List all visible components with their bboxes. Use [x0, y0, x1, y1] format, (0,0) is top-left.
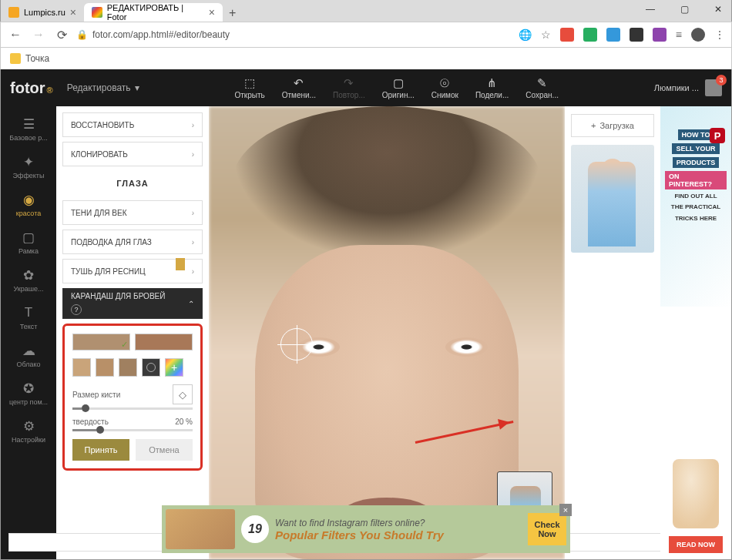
ad-cta-button[interactable]: READ NOW	[669, 536, 723, 553]
bottom-ad-cta[interactable]: Check Now	[528, 513, 566, 545]
menu-icon[interactable]: ⋮	[714, 29, 725, 41]
gear-icon: ⚙	[21, 418, 36, 434]
panel-eyebrow-pencil[interactable]: КАРАНДАШ ДЛЯ БРОВЕЙ ? ⌃	[62, 288, 203, 319]
bottom-ad-close[interactable]: ×	[559, 504, 572, 516]
slider-thumb[interactable]	[96, 426, 104, 434]
ext-icon-1[interactable]	[560, 28, 574, 42]
plus-icon: +	[591, 121, 596, 130]
image-icon: ▢	[391, 77, 406, 89]
fotor-logo[interactable]: fotor®	[10, 79, 53, 97]
rail-effects[interactable]: ✦Эффекты	[1, 149, 56, 185]
ad-text-3: PRODUCTS	[673, 157, 720, 168]
color-swatch-4[interactable]	[96, 358, 114, 377]
panel-restore[interactable]: ВОССТАНОВИТЬ›	[62, 112, 203, 137]
window-minimize[interactable]: —	[640, 2, 661, 17]
panel-clone[interactable]: КЛОНИРОВАТЬ›	[62, 142, 203, 166]
ad-bottom[interactable]: READ NOW	[660, 307, 731, 559]
slider-thumb[interactable]	[82, 404, 89, 412]
window-close[interactable]: ✕	[707, 2, 729, 17]
tab-lumpics[interactable]: Lumpics.ru ×	[1, 3, 84, 22]
thumbnail[interactable]	[571, 145, 654, 253]
original-button[interactable]: ▢Оригин...	[382, 77, 415, 99]
undo-button[interactable]: ↶Отмени...	[282, 77, 316, 99]
help-icon[interactable]: ?	[71, 304, 82, 315]
premium-ribbon-icon	[176, 258, 185, 270]
translate-icon[interactable]: 🌐	[519, 29, 532, 41]
address-bar[interactable]: 🔒 fotor.com/app.html#/editor/beauty	[76, 29, 512, 40]
chevron-right-icon: ›	[192, 267, 194, 276]
panel-eyeliner[interactable]: ПОДВОДКА ДЛЯ ГЛАЗ›	[62, 230, 203, 254]
profile-avatar[interactable]	[691, 28, 705, 42]
favicon-fotor	[92, 7, 102, 18]
bookmark-tochka[interactable]: Точка	[25, 53, 49, 64]
share-button[interactable]: ⋔Подели...	[475, 77, 509, 99]
chevron-right-icon: ›	[192, 121, 194, 129]
ad-sub-2: THE PRACTICAL	[671, 203, 720, 211]
side-panel: ВОССТАНОВИТЬ› КЛОНИРОВАТЬ› ГЛАЗА ТЕНИ ДЛ…	[56, 106, 209, 559]
reload-button[interactable]: ⟳	[53, 26, 70, 43]
bottom-ad-number: 19	[241, 515, 269, 543]
bottom-ad-image	[166, 509, 235, 549]
close-icon[interactable]: ×	[209, 6, 215, 18]
eraser-icon: ◇	[179, 389, 186, 401]
upload-button[interactable]: + Загрузка	[571, 114, 654, 137]
bottom-ad-banner[interactable]: 19 Want to find Instagram filters online…	[162, 505, 570, 553]
chevron-down-icon: ▾	[135, 82, 139, 93]
reading-list-icon[interactable]: ≡	[676, 29, 682, 41]
panel-mascara[interactable]: ТУШЬ ДЛЯ РЕСНИЦ›	[62, 259, 203, 283]
close-icon[interactable]: ×	[70, 6, 76, 18]
color-swatch-2[interactable]	[135, 334, 193, 350]
color-swatch-1[interactable]: ✓	[72, 334, 130, 350]
canvas-area[interactable]: 452 × 720 пиксел... − 518% + Сравнить ↘	[209, 106, 565, 559]
cancel-button[interactable]: Отмена	[136, 439, 193, 461]
ad-text-2: SELL YOUR	[672, 143, 719, 154]
rail-basic[interactable]: ☰Базовое р...	[1, 111, 56, 147]
ad-top[interactable]: P HOW TO SELL YOUR PRODUCTS ON PINTEREST…	[660, 106, 731, 307]
notification-badge: 3	[716, 75, 727, 86]
panel-eyeshadow[interactable]: ТЕНИ ДЛЯ ВЕК›	[62, 200, 203, 225]
color-swatch-5[interactable]	[119, 358, 137, 377]
ext-icon-4[interactable]	[630, 28, 643, 42]
hardness-slider[interactable]	[72, 429, 193, 431]
eraser-button[interactable]: ◇	[173, 384, 193, 404]
bookmarks-bar: Точка	[0, 48, 732, 69]
ext-icon-5[interactable]	[653, 28, 667, 42]
window-maximize[interactable]: ▢	[673, 2, 695, 17]
redo-button[interactable]: ↷Повтор...	[333, 77, 365, 99]
hardness-label: твердость	[72, 417, 109, 426]
edit-dropdown[interactable]: Редактировать ▾	[67, 82, 139, 93]
rail-text[interactable]: TТекст	[1, 300, 56, 336]
tab-title: РЕДАКТИРОВАТЬ | Fotor	[107, 3, 204, 22]
rail-cloud[interactable]: ☁Облако	[1, 337, 56, 374]
user-area[interactable]: Люмпики ... 3	[654, 79, 722, 96]
rail-beauty[interactable]: ◉красота	[1, 186, 56, 223]
open-button[interactable]: ⬚Открыть	[234, 77, 264, 99]
brushebrush-size-slider[interactable]	[72, 407, 193, 410]
brush-cursor	[280, 328, 313, 360]
new-tab-button[interactable]: +	[223, 3, 242, 22]
color-picker-add[interactable]: +	[165, 358, 183, 377]
rail-frame[interactable]: ▢Рамка	[1, 224, 56, 260]
toolbar: ⬚Открыть ↶Отмени... ↷Повтор... ▢Оригин..…	[153, 77, 640, 99]
save-button[interactable]: ✎Сохран...	[525, 77, 559, 99]
favicon-lumpics	[8, 7, 19, 18]
ext-icon-2[interactable]	[583, 28, 597, 42]
text-icon: T	[21, 305, 36, 320]
user-name: Люмпики ...	[654, 83, 699, 92]
forward-button[interactable]: →	[30, 26, 47, 43]
app-header: fotor® Редактировать ▾ ⬚Открыть ↶Отмени.…	[1, 69, 731, 106]
rail-stickers[interactable]: ✿Украше...	[1, 262, 56, 298]
color-swatch-3[interactable]	[72, 358, 91, 377]
ext-icon-3[interactable]	[606, 28, 620, 42]
browser-tabs: Lumpics.ru × РЕДАКТИРОВАТЬ | Fotor × +	[0, 0, 732, 22]
color-swatch-custom[interactable]	[142, 358, 160, 377]
rail-settings[interactable]: ⚙Настройки	[1, 413, 56, 449]
rail-help[interactable]: ✪центр пом...	[1, 375, 56, 411]
snapshot-button[interactable]: ⦾Снимок	[431, 77, 458, 99]
back-button[interactable]: ←	[7, 26, 24, 43]
star-icon[interactable]: ☆	[541, 29, 551, 41]
accept-button[interactable]: Принять	[72, 439, 129, 461]
ad-sub-1: FIND OUT ALL	[674, 193, 717, 200]
eye-icon: ◉	[21, 192, 36, 207]
tab-fotor[interactable]: РЕДАКТИРОВАТЬ | Fotor ×	[84, 3, 223, 22]
